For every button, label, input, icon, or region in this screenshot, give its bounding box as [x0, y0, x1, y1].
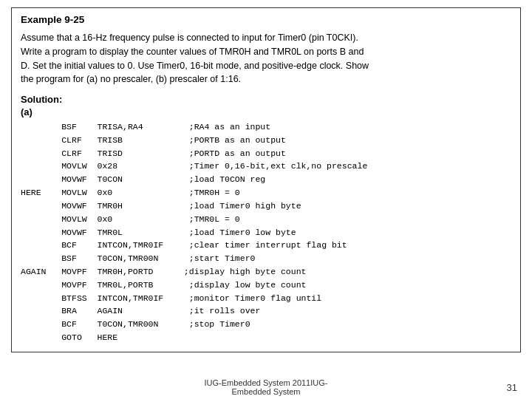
main-content: Example 9-25 Assume that a 16-Hz frequen…	[0, 0, 532, 374]
problem-text: Assume that a 16-Hz frequency pulse is c…	[21, 31, 511, 86]
part-label: (a)	[21, 106, 511, 117]
footer-page: 31	[507, 382, 517, 393]
footer-text: IUG-Embedded System 2011IUG-Embedded Sys…	[205, 378, 328, 396]
code-block: BSF TRISA,RA4 ;RA4 as an input CLRF TRIS…	[21, 120, 511, 344]
footer: IUG-Embedded System 2011IUG-Embedded Sys…	[0, 374, 532, 399]
example-box: Example 9-25 Assume that a 16-Hz frequen…	[11, 7, 521, 352]
solution-label: Solution:	[21, 94, 511, 105]
example-title: Example 9-25	[21, 14, 511, 25]
